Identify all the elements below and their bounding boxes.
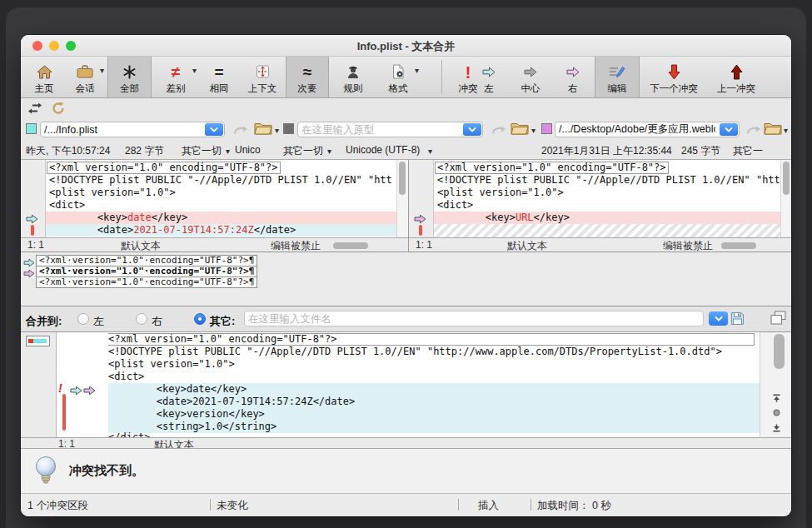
show-context-button[interactable]: 上下文 xyxy=(239,57,286,97)
current-diff-icon[interactable] xyxy=(772,406,781,421)
show-same-button[interactable]: = 相同 xyxy=(201,57,237,97)
center-filter-menu[interactable]: 其它一切 xyxy=(283,144,323,158)
edit-button[interactable]: 编辑 xyxy=(595,57,640,97)
diff-line-value: <date>2021-07-19T14:57:24Z</date> xyxy=(46,224,396,237)
hint-area: 冲突找不到。 xyxy=(21,448,791,493)
statusbar-divider xyxy=(458,499,459,511)
reload-center-icon[interactable] xyxy=(491,124,506,139)
show-differences-button[interactable]: ≠ ▾ 差别 xyxy=(152,57,200,97)
variant-line[interactable]: <?xml·version="1.0"·encoding="UTF-8"?>¶ xyxy=(36,276,257,288)
session-button[interactable]: ▾ 会话 xyxy=(64,57,106,97)
take-left-button[interactable]: 左 xyxy=(471,57,507,97)
show-all-button[interactable]: 全部 xyxy=(107,57,152,97)
take-right-button[interactable]: 右 xyxy=(554,57,592,97)
browse-center-folder-icon[interactable] xyxy=(511,122,529,138)
scrollbar-thumb[interactable] xyxy=(774,334,785,369)
chevron-down-icon[interactable]: ▾ xyxy=(531,127,536,135)
right-path-dropdown-button[interactable] xyxy=(720,123,738,136)
hscrollbar-thumb[interactable] xyxy=(721,242,756,249)
variant-arrow-purple-icon[interactable] xyxy=(23,266,35,281)
new-window-icon[interactable] xyxy=(770,311,786,328)
right-code-view[interactable]: <?xml version="1.0" encoding="UTF-8"?> <… xyxy=(434,160,780,237)
ancestor-path-dropdown-button[interactable] xyxy=(463,123,481,136)
merged-arrow-cyan-icon[interactable] xyxy=(70,384,82,399)
swap-files-icon[interactable] xyxy=(27,102,42,117)
merge-to-right-radio[interactable] xyxy=(136,313,147,325)
scrollbar-thumb[interactable] xyxy=(399,162,406,195)
next-conflict-button[interactable]: 下一个冲突 xyxy=(642,57,705,97)
center-file-swatch xyxy=(283,123,294,134)
right-pane-vscrollbar[interactable] xyxy=(780,160,791,237)
arrow-down-red-icon xyxy=(668,61,680,82)
right-file-path-input[interactable] xyxy=(559,123,715,136)
last-diff-icon[interactable] xyxy=(772,421,781,436)
file-header-panel: ▾ ▾ ▾ 昨天, 下午10:57:24 282 字节 其它一切 ▾ Unico… xyxy=(21,98,791,160)
right-pane-gutter xyxy=(409,160,434,237)
left-path-dropdown-button[interactable] xyxy=(205,123,223,136)
left-file-path-combo[interactable] xyxy=(40,122,225,137)
chevron-down-icon: ▾ xyxy=(415,67,419,75)
chevron-down-icon[interactable]: ▾ xyxy=(428,147,432,156)
right-filter-menu[interactable]: 其它一 xyxy=(733,144,763,158)
left-code-view[interactable]: <?xml version="1.0" encoding="UTF-8"?> <… xyxy=(46,160,396,237)
code-line: <?xml version="1.0" encoding="UTF-8"?> xyxy=(108,333,755,346)
code-line: <?xml version="1.0" encoding="UTF-8"?> xyxy=(435,162,669,174)
load-time-label: 加载时间： 0 秒 xyxy=(537,499,611,513)
browse-right-folder-icon[interactable] xyxy=(764,122,782,138)
format-button[interactable]: ▾ 格式 xyxy=(376,57,421,97)
lightbulb-icon xyxy=(34,456,57,491)
left-encoding-menu[interactable]: Unico xyxy=(235,144,261,156)
left-file-path-input[interactable] xyxy=(44,123,201,136)
left-pane-vscrollbar[interactable] xyxy=(396,160,408,237)
window-statusbar: 1 个冲突区段 未变化 插入 加载时间： 0 秒 xyxy=(21,493,791,516)
right-file-pane: <?xml version="1.0" encoding="UTF-8"?> <… xyxy=(408,160,791,252)
merge-filename-dropdown-button[interactable] xyxy=(709,311,728,326)
code-line: <!DOCTYPE plist PUBLIC "-//Apple//DTD PL… xyxy=(434,174,780,187)
merge-to-right-label[interactable]: 右 xyxy=(152,314,162,329)
hscrollbar-thumb[interactable] xyxy=(333,242,368,249)
reload-left-icon[interactable] xyxy=(233,124,248,139)
rules-button[interactable]: 规则 xyxy=(331,57,376,97)
chevron-down-icon[interactable]: ▾ xyxy=(226,147,230,156)
take-center-button[interactable]: 中心 xyxy=(511,57,550,97)
history-icon[interactable] xyxy=(52,102,65,118)
variant-line-selected[interactable]: <?xml·version="1.0"·encoding="UTF-8"?>¶ xyxy=(36,266,257,277)
merge-to-other-label[interactable]: 其它: xyxy=(210,314,235,329)
chevron-down-icon: ▾ xyxy=(192,67,197,75)
main-toolbar: 主页 ▾ 会话 全部 ≠ ▾ 差别 = 相同 上下文 ≈ 次要 xyxy=(21,57,791,98)
merged-pane-margin xyxy=(21,332,57,437)
chevron-down-icon[interactable]: ▾ xyxy=(275,127,279,135)
merge-filename-input[interactable] xyxy=(248,312,698,325)
previous-conflict-button[interactable]: 上一冲突 xyxy=(706,57,766,97)
left-filter-menu[interactable]: 其它一切 xyxy=(182,144,222,158)
left-pane-gutter xyxy=(21,160,46,237)
diff-overview-map[interactable] xyxy=(26,336,50,346)
scrollbar-thumb[interactable] xyxy=(783,162,790,195)
ancestor-path-combo[interactable] xyxy=(297,122,483,137)
code-line: <!DOCTYPE plist PUBLIC "-//Apple//DTD PL… xyxy=(46,174,396,187)
change-bar xyxy=(31,225,34,236)
merged-code-view[interactable]: <?xml version="1.0" encoding="UTF-8"?> <… xyxy=(108,332,760,437)
chevron-down-icon[interactable]: ▾ xyxy=(784,127,788,135)
browse-left-folder-icon[interactable] xyxy=(254,122,272,138)
first-diff-icon[interactable] xyxy=(772,391,781,406)
arrow-right-pink-icon xyxy=(566,61,580,82)
merge-filename-combo[interactable] xyxy=(244,311,704,326)
conflict-mark-icon: ! xyxy=(58,382,62,394)
save-icon[interactable] xyxy=(730,311,745,329)
variant-line[interactable]: <?xml·version="1.0"·encoding="UTF-8"?>¶ xyxy=(36,255,257,266)
chevron-down-icon[interactable]: ▾ xyxy=(327,147,331,156)
reload-right-icon[interactable] xyxy=(746,124,761,139)
right-file-path-combo[interactable] xyxy=(555,122,740,137)
merged-arrow-purple-icon[interactable] xyxy=(83,384,96,399)
right-file-size: 245 字节 xyxy=(681,144,720,158)
merge-to-other-radio[interactable] xyxy=(194,313,206,325)
hint-message: 冲突找不到。 xyxy=(69,463,144,479)
ancestor-path-input[interactable] xyxy=(301,123,459,136)
merge-to-left-radio[interactable] xyxy=(77,313,89,325)
show-minor-button[interactable]: ≈ 次要 xyxy=(286,57,329,97)
merge-to-left-label[interactable]: 左 xyxy=(93,314,104,329)
center-encoding-menu[interactable]: Unicode (UTF-8) xyxy=(346,144,420,156)
home-button[interactable]: 主页 xyxy=(26,57,62,97)
merged-pane-vscrollbar[interactable] xyxy=(760,332,791,437)
